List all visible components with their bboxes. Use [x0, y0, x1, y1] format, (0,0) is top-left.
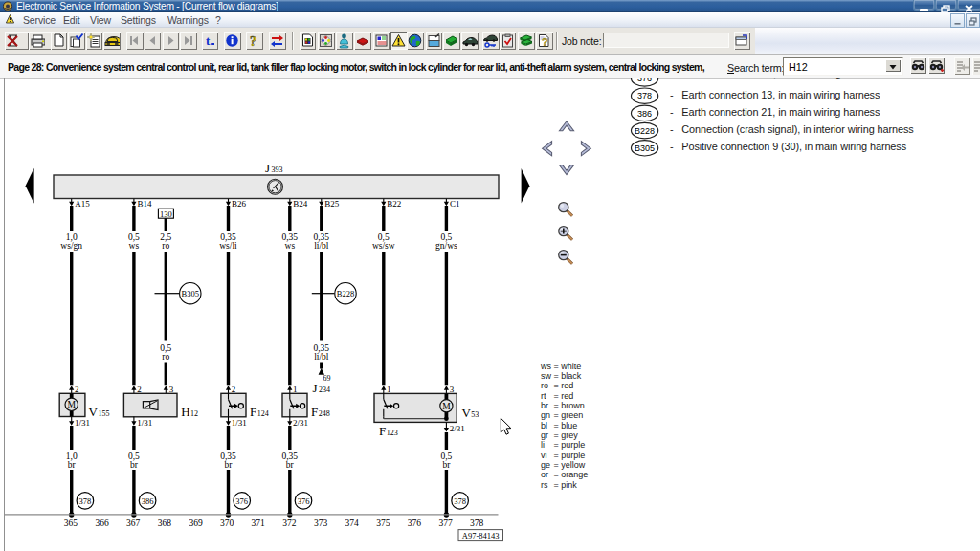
- svg-text:C1: C1: [450, 199, 460, 209]
- svg-text:li/bl: li/bl: [314, 241, 329, 251]
- svg-text:ws: ws: [129, 241, 140, 251]
- svg-text:377: 377: [438, 518, 453, 528]
- svg-text:1/31: 1/31: [232, 418, 247, 428]
- svg-text:?: ?: [250, 34, 256, 49]
- svg-text:H12: H12: [181, 405, 198, 419]
- svg-text:M: M: [67, 400, 76, 409]
- svg-text:376: 376: [298, 496, 310, 506]
- svg-text:ws/gn: ws/gn: [60, 241, 82, 251]
- svg-text:B25: B25: [324, 199, 340, 209]
- svg-text:ws: ws: [285, 241, 296, 251]
- svg-text:386: 386: [142, 496, 154, 506]
- svg-text:br: br: [130, 460, 139, 470]
- svg-text:br: br: [286, 460, 295, 470]
- svg-text:370: 370: [220, 518, 234, 528]
- svg-text:366: 366: [95, 518, 109, 528]
- svg-text:br: br: [225, 460, 234, 470]
- svg-text:374: 374: [345, 518, 360, 528]
- svg-text:gn/ws: gn/ws: [435, 241, 457, 251]
- svg-text:1/31: 1/31: [75, 418, 90, 428]
- svg-text:ws/sw: ws/sw: [372, 241, 395, 251]
- svg-text:A97-84143: A97-84143: [462, 531, 500, 540]
- svg-text:t.: t.: [206, 33, 213, 48]
- svg-text:ws/li: ws/li: [219, 241, 237, 251]
- svg-text:br: br: [68, 460, 77, 470]
- svg-text:ro: ro: [162, 352, 169, 362]
- svg-text:367: 367: [126, 518, 141, 528]
- svg-text:?: ?: [542, 36, 548, 48]
- svg-text:378: 378: [79, 496, 92, 506]
- svg-text:ro: ro: [162, 241, 169, 251]
- svg-text:li/bl: li/bl: [314, 352, 329, 362]
- svg-text:378: 378: [454, 496, 466, 506]
- svg-text:386: 386: [637, 109, 652, 119]
- svg-text:V155: V155: [89, 405, 110, 419]
- svg-text:1/31: 1/31: [137, 418, 152, 428]
- svg-text:368: 368: [158, 518, 172, 528]
- svg-text:B228: B228: [337, 289, 354, 298]
- svg-text:371: 371: [252, 518, 266, 528]
- svg-text:B14: B14: [137, 199, 152, 209]
- svg-text:B24: B24: [293, 199, 308, 209]
- svg-text:130: 130: [160, 209, 172, 219]
- svg-text:F248: F248: [311, 405, 330, 419]
- svg-text:br: br: [442, 460, 451, 470]
- svg-text:B305: B305: [182, 289, 199, 298]
- svg-text:J393: J393: [265, 161, 283, 175]
- svg-text:2/31: 2/31: [293, 418, 308, 428]
- svg-text:378: 378: [637, 91, 652, 100]
- svg-text:375: 375: [376, 518, 390, 528]
- svg-text:2/31: 2/31: [450, 424, 465, 433]
- svg-text:F124: F124: [250, 405, 269, 419]
- svg-text:369: 369: [189, 518, 203, 528]
- svg-text:V53: V53: [461, 406, 479, 420]
- svg-text:373: 373: [314, 518, 328, 528]
- svg-text:376: 376: [235, 496, 248, 506]
- svg-text:376: 376: [637, 78, 652, 83]
- svg-text:365: 365: [64, 518, 78, 528]
- svg-text:B228: B228: [635, 126, 655, 136]
- svg-text:F123: F123: [379, 424, 398, 438]
- svg-text:B305: B305: [635, 143, 655, 153]
- svg-text:B26: B26: [232, 199, 247, 209]
- svg-text:378: 378: [470, 518, 484, 528]
- svg-text:372: 372: [282, 518, 297, 528]
- svg-text:A15: A15: [75, 199, 90, 209]
- svg-text:B22: B22: [387, 199, 401, 209]
- svg-text:376: 376: [408, 518, 422, 528]
- svg-text:69: 69: [323, 374, 331, 383]
- svg-text:M: M: [442, 402, 451, 411]
